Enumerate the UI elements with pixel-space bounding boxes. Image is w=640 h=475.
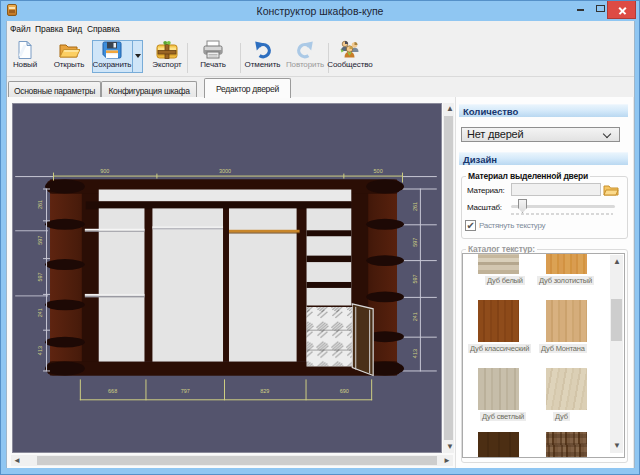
svg-text:241: 241 (412, 312, 418, 321)
svg-text:597: 597 (37, 236, 43, 245)
svg-text:241: 241 (37, 308, 43, 317)
svg-text:668: 668 (108, 388, 117, 394)
svg-text:829: 829 (260, 388, 269, 394)
svg-text:413: 413 (37, 346, 43, 355)
svg-text:261: 261 (37, 200, 43, 209)
svg-text:597: 597 (37, 272, 43, 281)
svg-text:3000: 3000 (219, 168, 231, 174)
svg-text:261: 261 (412, 202, 418, 211)
svg-text:597: 597 (412, 274, 418, 283)
svg-text:797: 797 (181, 388, 190, 394)
svg-text:900: 900 (100, 168, 109, 174)
svg-text:413: 413 (412, 349, 418, 358)
svg-text:690: 690 (340, 388, 349, 394)
svg-text:500: 500 (374, 168, 383, 174)
svg-text:597: 597 (412, 238, 418, 247)
